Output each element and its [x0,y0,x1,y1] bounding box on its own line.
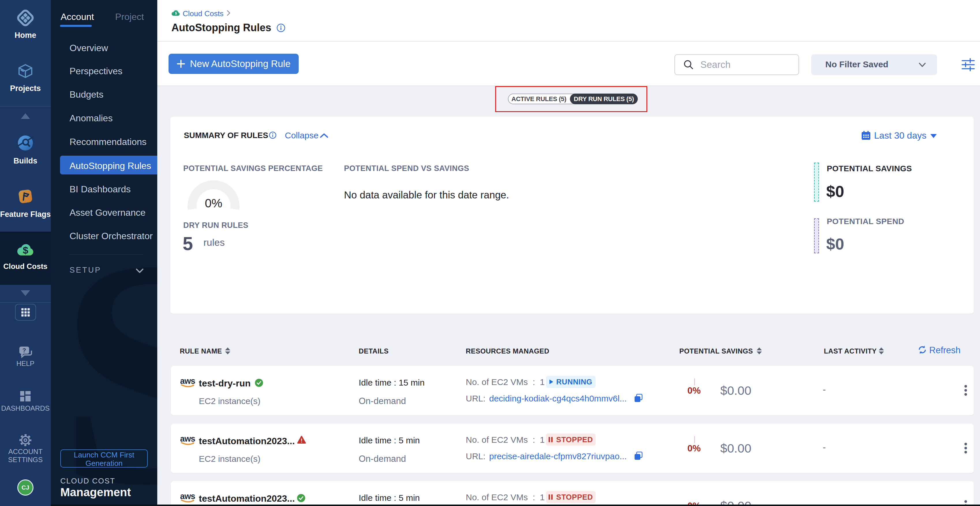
svg-text:aws: aws [180,377,195,386]
svg-text:aws: aws [180,435,195,443]
svg-text:aws: aws [180,492,195,501]
svg-text:$: $ [175,11,177,15]
svg-text:$: $ [23,245,28,255]
svg-text:?: ? [22,347,26,353]
